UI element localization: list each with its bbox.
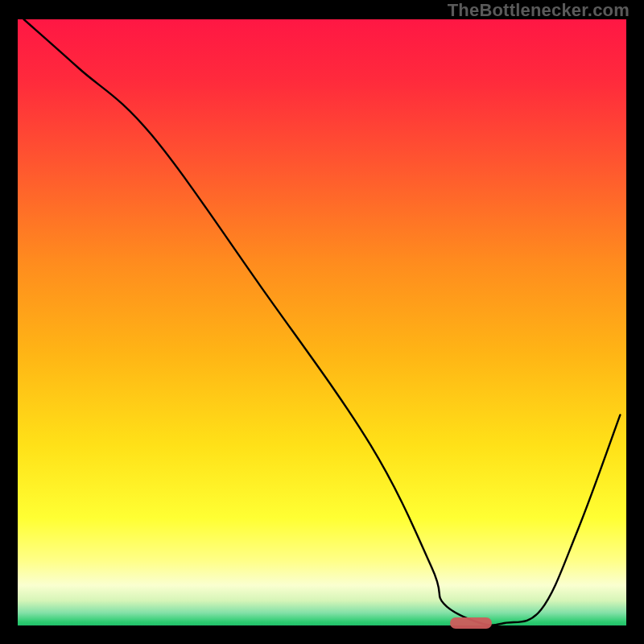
bottleneck-plot bbox=[18, 19, 626, 628]
chart-container: TheBottlenecker.com bbox=[0, 0, 644, 644]
plot-svg bbox=[18, 19, 626, 628]
gradient-background bbox=[18, 19, 626, 628]
attribution-label: TheBottlenecker.com bbox=[448, 0, 630, 21]
optimal-range-marker bbox=[450, 617, 492, 629]
